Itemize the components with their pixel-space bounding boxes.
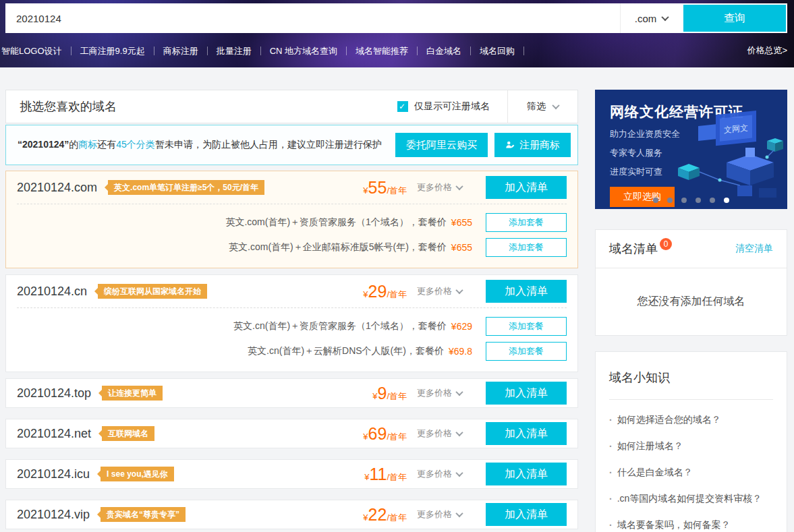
domain-tips-card: 域名小知识 如何选择适合您的域名？ 如何注册域名？ 什么是白金域名？ .cn等国… [595, 351, 787, 532]
domain-block-vip: 20210124.vip 贵宾域名“尊贵专享” ¥22/首年 更多价格 加入清单 [5, 500, 578, 529]
add-to-cart-button[interactable]: 加入清单 [486, 382, 567, 405]
chevron-down-icon [455, 429, 463, 436]
add-to-cart-button[interactable]: 加入清单 [486, 463, 567, 485]
add-package-button[interactable]: 添加套餐 [486, 238, 567, 257]
tip-link[interactable]: 如何注册域名？ [609, 440, 773, 452]
register-trademark-button[interactable]: 注册商标 [494, 133, 571, 157]
search-input[interactable] [5, 3, 620, 33]
divider [609, 399, 773, 400]
page-title: 挑选您喜欢的域名 [6, 98, 117, 115]
more-prices-toggle[interactable]: 更多价格 [417, 427, 476, 440]
domain-row: 20210124.cn 缤纷互联网从国家域名开始 ¥29/首年 更多价格 加入清… [17, 275, 567, 307]
domain-price: ¥55/首年 [363, 178, 407, 198]
more-prices-toggle[interactable]: 更多价格 [417, 468, 476, 480]
clear-cart-link[interactable]: 清空清单 [735, 243, 773, 255]
domain-promo-badge: 英文.com单笔订单注册≥5个，50元/首年 [108, 180, 264, 195]
nav-item-logo-design[interactable]: 智能LOGO设计 [0, 47, 72, 55]
add-package-button[interactable]: 添加套餐 [486, 213, 567, 232]
trademark-link[interactable]: 商标 [78, 139, 97, 150]
add-to-cart-button[interactable]: 加入清单 [486, 422, 567, 445]
nav-item-cn-local-domain[interactable]: CN 地方域名查询 [261, 47, 347, 55]
nav-item-domain-buyback[interactable]: 域名回购 [471, 47, 524, 55]
notice-domain-name: “20210124” [18, 139, 69, 150]
add-package-button[interactable]: 添加套餐 [486, 342, 567, 361]
banner-cta-button[interactable]: 立即选购 [610, 187, 675, 207]
nav-item-premium-domain[interactable]: 白金域名 [418, 47, 471, 55]
chevron-down-icon [455, 510, 463, 517]
nav-item-trademark-registration[interactable]: 商标注册 [154, 47, 208, 55]
tld-select[interactable]: .com [620, 3, 682, 33]
chevron-down-icon [455, 469, 463, 477]
filter-dropdown[interactable]: 筛选 [507, 90, 577, 123]
top-nav: 智能LOGO设计 工商注册9.9元起 商标注册 批量注册 CN 地方域名查询 域… [0, 41, 787, 60]
tip-link[interactable]: 什么是白金域名？ [609, 467, 773, 479]
domain-promo-badge: 让连接更简单 [102, 386, 163, 401]
chevron-down-icon [662, 13, 669, 21]
domain-price: ¥9/首年 [372, 384, 407, 403]
package-price: ¥655 [451, 217, 472, 228]
domain-name: 20210124.vip [17, 508, 90, 522]
domain-price: ¥69/首年 [363, 424, 407, 444]
filter-label: 筛选 [527, 100, 546, 113]
add-package-button[interactable]: 添加套餐 [486, 317, 567, 336]
cart-empty-message: 您还没有添加任何域名 [596, 268, 787, 335]
domain-price: ¥22/首年 [363, 505, 407, 525]
chevron-down-icon [455, 287, 463, 294]
add-to-cart-button[interactable]: 加入清单 [486, 280, 567, 303]
notice-buttons: 委托阿里云购买 注册商标 [395, 133, 571, 157]
more-prices-toggle[interactable]: 更多价格 [417, 508, 476, 521]
nav-item-smart-recommend[interactable]: 域名智能推荐 [347, 47, 418, 55]
carousel-dot-active[interactable] [724, 198, 729, 203]
carousel-dots [595, 198, 787, 203]
sidebar: 网络文化经营许可证 助力企业资质安全 专家专人服务 进度实时可查 立即选购 文网… [595, 90, 787, 532]
domain-result-column: 挑选您喜欢的域名 仅显示可注册域名 筛选 “20210124”的商标还有45个分… [5, 90, 578, 532]
domain-name: 20210124.com [17, 181, 97, 195]
entrust-buy-button[interactable]: 委托阿里云购买 [395, 133, 488, 157]
list-header-controls: 仅显示可注册域名 筛选 [397, 90, 577, 123]
trademark-notice: “20210124”的商标还有45个分类暂未申请，为防止被他人占用，建议立即注册… [5, 125, 578, 165]
add-to-cart-button[interactable]: 加入清单 [486, 176, 567, 199]
add-to-cart-button[interactable]: 加入清单 [486, 503, 567, 526]
only-available-toggle[interactable]: 仅显示可注册域名 [397, 100, 507, 113]
domain-name: 20210124.top [17, 386, 91, 401]
checked-checkbox-icon[interactable] [397, 101, 408, 112]
nav-item-business-registration[interactable]: 工商注册9.9元起 [72, 47, 154, 55]
page-content: 挑选您喜欢的域名 仅显示可注册域名 筛选 “20210124”的商标还有45个分… [0, 67, 794, 532]
more-prices-toggle[interactable]: 更多价格 [417, 181, 476, 194]
banner-line: 助力企业资质安全 [610, 128, 787, 140]
cart-count-badge: 0 [660, 238, 672, 250]
domain-block-top: 20210124.top 让连接更简单 ¥9/首年 更多价格 加入清单 [5, 378, 578, 408]
domain-price: ¥29/首年 [363, 282, 407, 301]
more-prices-toggle[interactable]: 更多价格 [417, 387, 476, 399]
domain-name: 20210124.icu [17, 467, 90, 481]
package-price: ¥629 [451, 321, 472, 332]
package-row: 英文.cn(首年)＋资质管家服务（1个域名），套餐价 ¥629 添加套餐 [17, 317, 567, 336]
domain-row: 20210124.com 英文.com单笔订单注册≥5个，50元/首年 ¥55/… [17, 171, 567, 204]
carousel-dot[interactable] [696, 198, 701, 203]
promo-banner[interactable]: 网络文化经营许可证 助力企业资质安全 专家专人服务 进度实时可查 立即选购 文网… [595, 90, 787, 209]
tip-link[interactable]: 域名要备案吗，如何备案？ [609, 519, 773, 531]
domain-name: 20210124.cn [17, 285, 87, 299]
domain-block-com: 20210124.com 英文.com单笔订单注册≥5个，50元/首年 ¥55/… [5, 171, 578, 268]
package-row: 英文.com(首年)＋资质管家服务（1个域名），套餐价 ¥655 添加套餐 [17, 213, 567, 232]
chevron-down-icon [552, 102, 559, 109]
chevron-down-icon [455, 388, 463, 396]
categories-link[interactable]: 45个分类 [116, 139, 155, 150]
query-button[interactable]: 查询 [683, 5, 786, 32]
carousel-dot[interactable] [667, 198, 673, 203]
nav-item-bulk-registration[interactable]: 批量注册 [208, 47, 261, 55]
carousel-dot[interactable] [710, 198, 715, 203]
price-overview-link[interactable]: 价格总览> [747, 45, 787, 57]
carousel-dot[interactable] [653, 198, 658, 203]
domain-price: ¥11/首年 [364, 465, 407, 484]
tip-link[interactable]: 如何选择适合您的域名？ [609, 414, 773, 426]
package-row: 英文.cn(首年)＋云解析DNS个人版(年)，套餐价 ¥69.8 添加套餐 [17, 342, 567, 361]
domain-cart-title: 域名清单 [609, 241, 658, 257]
more-prices-toggle[interactable]: 更多价格 [417, 285, 476, 297]
tip-link[interactable]: .cn等国内域名如何提交资料审核？ [609, 493, 773, 505]
package-row: 英文.com(首年)＋企业邮箱标准版5帐号(年)，套餐价 ¥655 添加套餐 [17, 238, 567, 257]
only-available-label: 仅显示可注册域名 [414, 100, 490, 113]
carousel-dot[interactable] [681, 198, 687, 203]
banner-line: 专家专人服务 [610, 147, 787, 159]
list-header-card: 挑选您喜欢的域名 仅显示可注册域名 筛选 [5, 90, 578, 123]
